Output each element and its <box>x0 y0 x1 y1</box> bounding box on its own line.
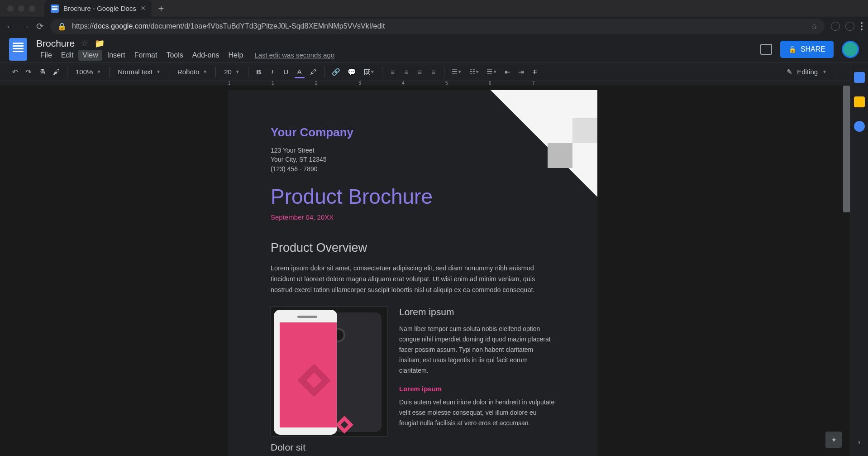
line-spacing-button[interactable]: ☰▼ <box>449 65 465 79</box>
formatting-toolbar: ↶ ↷ 🖶 🖌 100%▼ Normal text▼ Roboto▼ 20▼ B… <box>0 63 868 81</box>
menu-tools[interactable]: Tools <box>162 50 187 61</box>
close-tab-icon[interactable]: × <box>141 4 146 13</box>
reload-button[interactable]: ⟳ <box>36 21 44 32</box>
bold-button[interactable]: B <box>253 65 265 78</box>
overview-body[interactable]: Lorem ipsum dolor sit amet, consectetuer… <box>271 263 555 296</box>
undo-button[interactable]: ↶ <box>9 65 21 79</box>
company-address[interactable]: 123 Your Street Your City, ST 12345 (123… <box>271 146 555 173</box>
product-image[interactable] <box>271 307 387 437</box>
browser-menu-button[interactable] <box>861 22 863 30</box>
section3-body[interactable]: Duis autem vel eum iriure dolor in hendr… <box>399 397 555 428</box>
clear-formatting-button[interactable]: T <box>529 65 540 78</box>
document-canvas[interactable]: Your Company 123 Your Street Your City, … <box>0 86 850 456</box>
explore-button[interactable]: ✦ <box>825 432 842 448</box>
underline-button[interactable]: U <box>280 65 292 78</box>
numbered-list-button[interactable]: ☷▼ <box>467 65 482 79</box>
last-edit-link[interactable]: Last edit was seconds ago <box>254 51 334 59</box>
align-right-button[interactable]: ≡ <box>414 65 426 78</box>
extension-icons <box>831 22 854 31</box>
increase-indent-button[interactable]: ⇥ <box>515 65 527 79</box>
align-left-button[interactable]: ≡ <box>387 65 399 78</box>
browser-tab[interactable]: Brochure - Google Docs × <box>44 0 152 17</box>
section2-body[interactable]: Nam liber tempor cum soluta nobis eleife… <box>399 324 555 376</box>
font-size-select[interactable]: 20▼ <box>220 68 243 76</box>
browser-tab-strip: Brochure - Google Docs × + <box>0 0 868 17</box>
hide-side-panel-button[interactable]: › <box>858 437 861 447</box>
vertical-scrollbar[interactable] <box>843 86 850 212</box>
menu-edit[interactable]: Edit <box>57 50 78 61</box>
align-center-button[interactable]: ≡ <box>401 65 412 78</box>
document-page[interactable]: Your Company 123 Your Street Your City, … <box>228 90 597 456</box>
keep-addon-icon[interactable] <box>854 96 865 107</box>
editing-mode-select[interactable]: ✎ Editing ▼ <box>782 68 831 76</box>
share-button[interactable]: 🔒 SHARE <box>780 41 834 58</box>
menu-insert[interactable]: Insert <box>103 50 129 61</box>
align-justify-button[interactable]: ≡ <box>428 65 439 78</box>
tab-title: Brochure - Google Docs <box>63 5 136 12</box>
bookmark-star-icon[interactable]: ☆ <box>811 22 817 31</box>
docs-logo-icon[interactable] <box>9 38 27 61</box>
tasks-addon-icon[interactable] <box>854 121 865 132</box>
section4-heading[interactable]: Dolor sit <box>271 442 555 453</box>
share-lock-icon: 🔒 <box>788 45 797 53</box>
italic-button[interactable]: I <box>267 65 278 78</box>
insert-comment-button[interactable]: 💬 <box>345 65 359 79</box>
calendar-addon-icon[interactable] <box>854 72 865 83</box>
print-button[interactable]: 🖶 <box>36 65 48 78</box>
move-folder-icon[interactable]: 📁 <box>95 38 105 48</box>
menu-format[interactable]: Format <box>130 50 162 61</box>
document-title[interactable]: Brochure <box>36 38 75 49</box>
pencil-icon: ✎ <box>787 68 792 76</box>
lock-icon: 🔒 <box>57 22 67 31</box>
docs-favicon-icon <box>51 5 59 13</box>
share-label: SHARE <box>801 45 825 53</box>
paint-format-button[interactable]: 🖌 <box>50 65 62 78</box>
minimize-window-button[interactable] <box>18 5 24 12</box>
comments-icon[interactable] <box>760 44 772 55</box>
section3-heading[interactable]: Lorem ipsum <box>399 385 555 393</box>
insert-image-button[interactable]: 🖼▼ <box>361 65 377 78</box>
menu-view[interactable]: View <box>78 50 102 61</box>
font-select[interactable]: Roboto▼ <box>174 68 211 76</box>
company-name[interactable]: Your Company <box>271 125 555 139</box>
bulleted-list-button[interactable]: ☰▼ <box>484 65 500 79</box>
extension-icon-2[interactable] <box>845 22 854 31</box>
url-text: https://docs.google.com/document/d/1oae4… <box>72 22 806 30</box>
account-avatar[interactable] <box>842 41 859 58</box>
close-window-button[interactable] <box>7 5 14 12</box>
section2-heading[interactable]: Lorem ipsum <box>399 307 555 317</box>
browser-toolbar: ← → ⟳ 🔒 https://docs.google.com/document… <box>0 17 868 36</box>
maximize-window-button[interactable] <box>29 5 35 12</box>
menu-help[interactable]: Help <box>224 50 247 61</box>
horizontal-ruler[interactable]: 11234567 <box>0 81 850 86</box>
menu-addons[interactable]: Add-ons <box>188 50 224 61</box>
extension-icon-1[interactable] <box>831 22 840 31</box>
paragraph-style-select[interactable]: Normal text▼ <box>114 68 164 76</box>
decrease-indent-button[interactable]: ⇤ <box>501 65 513 79</box>
menu-bar: File Edit View Insert Format Tools Add-o… <box>36 50 760 61</box>
brochure-title[interactable]: Product Brochure <box>271 184 555 209</box>
menu-file[interactable]: File <box>36 50 56 61</box>
insert-link-button[interactable]: 🔗 <box>329 65 343 79</box>
window-traffic-lights <box>7 5 35 12</box>
docs-header: Brochure ☆ 📁 File Edit View Insert Forma… <box>0 36 868 63</box>
side-panel: › <box>850 63 868 456</box>
overview-heading[interactable]: Product Overview <box>271 241 555 255</box>
zoom-select[interactable]: 100%▼ <box>72 68 105 76</box>
brochure-date[interactable]: September 04, 20XX <box>271 213 555 221</box>
address-bar[interactable]: 🔒 https://docs.google.com/document/d/1oa… <box>50 19 825 34</box>
forward-button[interactable]: → <box>21 21 30 32</box>
new-tab-button[interactable]: + <box>158 3 164 14</box>
back-button[interactable]: ← <box>5 21 14 32</box>
star-icon[interactable]: ☆ <box>81 38 88 48</box>
highlight-button[interactable]: 🖍 <box>307 65 320 78</box>
redo-button[interactable]: ↷ <box>23 65 34 79</box>
text-color-button[interactable]: A <box>294 65 305 78</box>
